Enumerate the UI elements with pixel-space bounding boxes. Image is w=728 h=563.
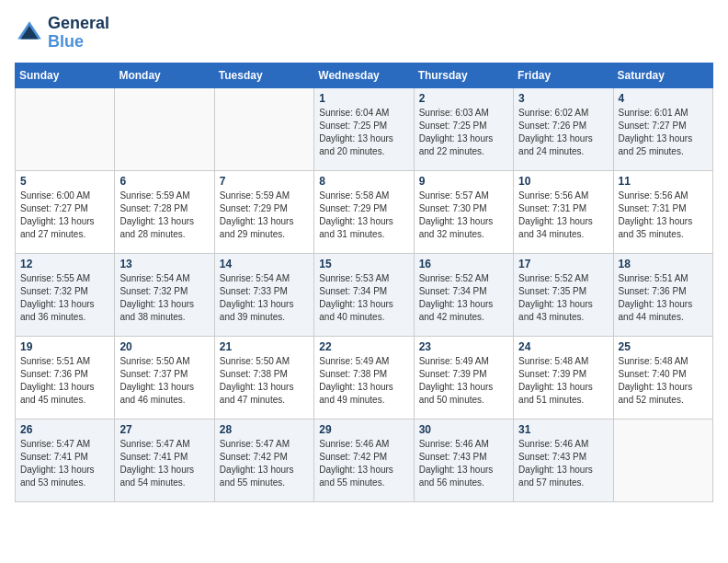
calendar-cell: 7Sunrise: 5:59 AMSunset: 7:29 PMDaylight… [214, 170, 313, 253]
day-number: 30 [419, 423, 508, 436]
calendar-cell: 31Sunrise: 5:46 AMSunset: 7:43 PMDayligh… [514, 419, 613, 501]
weekday-header-sunday: Sunday [16, 63, 115, 87]
calendar-cell: 25Sunrise: 5:48 AMSunset: 7:40 PMDayligh… [613, 336, 712, 419]
day-number: 18 [619, 258, 708, 270]
day-info: Sunrise: 5:57 AMSunset: 7:30 PMDaylight:… [419, 190, 508, 241]
day-number: 31 [518, 423, 608, 436]
week-row-4: 19Sunrise: 5:51 AMSunset: 7:36 PMDayligh… [16, 336, 713, 419]
day-info: Sunrise: 5:56 AMSunset: 7:31 PMDaylight:… [518, 190, 608, 241]
day-info: Sunrise: 6:00 AMSunset: 7:27 PMDaylight:… [20, 190, 109, 241]
day-number: 24 [518, 340, 608, 353]
day-info: Sunrise: 5:46 AMSunset: 7:43 PMDaylight:… [518, 438, 608, 489]
day-info: Sunrise: 6:02 AMSunset: 7:26 PMDaylight:… [518, 107, 608, 158]
day-info: Sunrise: 5:46 AMSunset: 7:43 PMDaylight:… [419, 438, 508, 489]
calendar-cell: 24Sunrise: 5:48 AMSunset: 7:39 PMDayligh… [514, 336, 613, 419]
day-number: 6 [119, 175, 209, 188]
calendar-cell [115, 87, 214, 170]
day-number: 22 [319, 340, 408, 353]
week-row-2: 5Sunrise: 6:00 AMSunset: 7:27 PMDaylight… [16, 170, 713, 253]
calendar-cell: 16Sunrise: 5:52 AMSunset: 7:34 PMDayligh… [414, 253, 513, 336]
day-number: 27 [119, 423, 209, 436]
day-info: Sunrise: 5:53 AMSunset: 7:34 PMDaylight:… [319, 272, 408, 324]
day-info: Sunrise: 5:50 AMSunset: 7:38 PMDaylight:… [220, 355, 309, 407]
calendar-cell: 5Sunrise: 6:00 AMSunset: 7:27 PMDaylight… [16, 170, 115, 253]
weekday-header-saturday: Saturday [613, 63, 712, 87]
day-number: 16 [419, 258, 508, 270]
calendar-cell: 18Sunrise: 5:51 AMSunset: 7:36 PMDayligh… [613, 253, 712, 336]
calendar-cell: 21Sunrise: 5:50 AMSunset: 7:38 PMDayligh… [214, 336, 313, 419]
day-number: 19 [20, 340, 109, 353]
calendar-cell: 29Sunrise: 5:46 AMSunset: 7:42 PMDayligh… [314, 419, 414, 501]
calendar-cell: 28Sunrise: 5:47 AMSunset: 7:42 PMDayligh… [214, 419, 313, 501]
day-info: Sunrise: 5:49 AMSunset: 7:38 PMDaylight:… [319, 355, 408, 407]
day-number: 26 [20, 423, 109, 436]
weekday-header-row: SundayMondayTuesdayWednesdayThursdayFrid… [16, 63, 713, 87]
calendar-cell: 15Sunrise: 5:53 AMSunset: 7:34 PMDayligh… [314, 253, 414, 336]
calendar-cell: 2Sunrise: 6:03 AMSunset: 7:25 PMDaylight… [414, 87, 513, 170]
logo-text: GeneralBlue [48, 15, 109, 52]
day-number: 14 [220, 258, 309, 270]
day-info: Sunrise: 6:03 AMSunset: 7:25 PMDaylight:… [419, 107, 508, 158]
day-info: Sunrise: 5:58 AMSunset: 7:29 PMDaylight:… [319, 190, 408, 241]
day-info: Sunrise: 5:54 AMSunset: 7:33 PMDaylight:… [220, 272, 309, 324]
calendar-cell: 26Sunrise: 5:47 AMSunset: 7:41 PMDayligh… [16, 419, 115, 501]
day-info: Sunrise: 5:51 AMSunset: 7:36 PMDaylight:… [20, 355, 109, 407]
day-number: 28 [220, 423, 309, 436]
day-info: Sunrise: 5:59 AMSunset: 7:29 PMDaylight:… [220, 190, 309, 241]
calendar-cell: 27Sunrise: 5:47 AMSunset: 7:41 PMDayligh… [115, 419, 214, 501]
weekday-header-thursday: Thursday [414, 63, 513, 87]
calendar-cell: 30Sunrise: 5:46 AMSunset: 7:43 PMDayligh… [414, 419, 513, 501]
day-info: Sunrise: 6:04 AMSunset: 7:25 PMDaylight:… [319, 107, 408, 158]
page-header: GeneralBlue [15, 15, 713, 52]
calendar-cell [214, 87, 313, 170]
calendar-cell: 23Sunrise: 5:49 AMSunset: 7:39 PMDayligh… [414, 336, 513, 419]
calendar-cell: 14Sunrise: 5:54 AMSunset: 7:33 PMDayligh… [214, 253, 313, 336]
calendar-cell: 17Sunrise: 5:52 AMSunset: 7:35 PMDayligh… [514, 253, 613, 336]
calendar-cell [16, 87, 115, 170]
day-info: Sunrise: 5:52 AMSunset: 7:35 PMDaylight:… [518, 272, 608, 324]
calendar-cell: 19Sunrise: 5:51 AMSunset: 7:36 PMDayligh… [16, 336, 115, 419]
day-number: 20 [119, 340, 209, 353]
calendar-cell: 9Sunrise: 5:57 AMSunset: 7:30 PMDaylight… [414, 170, 513, 253]
day-number: 3 [518, 92, 608, 105]
day-info: Sunrise: 5:54 AMSunset: 7:32 PMDaylight:… [119, 272, 209, 324]
calendar-cell: 6Sunrise: 5:59 AMSunset: 7:28 PMDaylight… [115, 170, 214, 253]
day-number: 7 [220, 175, 309, 188]
logo-icon [15, 18, 44, 48]
calendar-cell: 13Sunrise: 5:54 AMSunset: 7:32 PMDayligh… [115, 253, 214, 336]
day-number: 5 [20, 175, 109, 188]
calendar-cell: 1Sunrise: 6:04 AMSunset: 7:25 PMDaylight… [314, 87, 414, 170]
day-number: 4 [619, 92, 708, 105]
day-number: 13 [119, 258, 209, 270]
calendar-cell: 20Sunrise: 5:50 AMSunset: 7:37 PMDayligh… [115, 336, 214, 419]
day-info: Sunrise: 5:46 AMSunset: 7:42 PMDaylight:… [319, 438, 408, 489]
day-info: Sunrise: 5:55 AMSunset: 7:32 PMDaylight:… [20, 272, 109, 324]
day-number: 21 [220, 340, 309, 353]
calendar-cell: 10Sunrise: 5:56 AMSunset: 7:31 PMDayligh… [514, 170, 613, 253]
day-number: 10 [518, 175, 608, 188]
day-number: 11 [619, 175, 708, 188]
week-row-3: 12Sunrise: 5:55 AMSunset: 7:32 PMDayligh… [16, 253, 713, 336]
day-info: Sunrise: 5:47 AMSunset: 7:42 PMDaylight:… [220, 438, 309, 489]
day-info: Sunrise: 5:52 AMSunset: 7:34 PMDaylight:… [419, 272, 508, 324]
day-number: 12 [20, 258, 109, 270]
day-info: Sunrise: 5:47 AMSunset: 7:41 PMDaylight:… [119, 438, 209, 489]
day-number: 8 [319, 175, 408, 188]
calendar-cell: 4Sunrise: 6:01 AMSunset: 7:27 PMDaylight… [613, 87, 712, 170]
calendar-cell [613, 419, 712, 501]
week-row-5: 26Sunrise: 5:47 AMSunset: 7:41 PMDayligh… [16, 419, 713, 501]
calendar-cell: 22Sunrise: 5:49 AMSunset: 7:38 PMDayligh… [314, 336, 414, 419]
day-number: 9 [419, 175, 508, 188]
day-info: Sunrise: 5:59 AMSunset: 7:28 PMDaylight:… [119, 190, 209, 241]
calendar-table: SundayMondayTuesdayWednesdayThursdayFrid… [15, 63, 713, 502]
week-row-1: 1Sunrise: 6:04 AMSunset: 7:25 PMDaylight… [16, 87, 713, 170]
day-number: 29 [319, 423, 408, 436]
calendar-cell: 12Sunrise: 5:55 AMSunset: 7:32 PMDayligh… [16, 253, 115, 336]
day-number: 23 [419, 340, 508, 353]
day-info: Sunrise: 5:50 AMSunset: 7:37 PMDaylight:… [119, 355, 209, 407]
logo: GeneralBlue [15, 15, 109, 52]
weekday-header-friday: Friday [514, 63, 613, 87]
calendar-cell: 11Sunrise: 5:56 AMSunset: 7:31 PMDayligh… [613, 170, 712, 253]
weekday-header-monday: Monday [115, 63, 214, 87]
day-number: 2 [419, 92, 508, 105]
